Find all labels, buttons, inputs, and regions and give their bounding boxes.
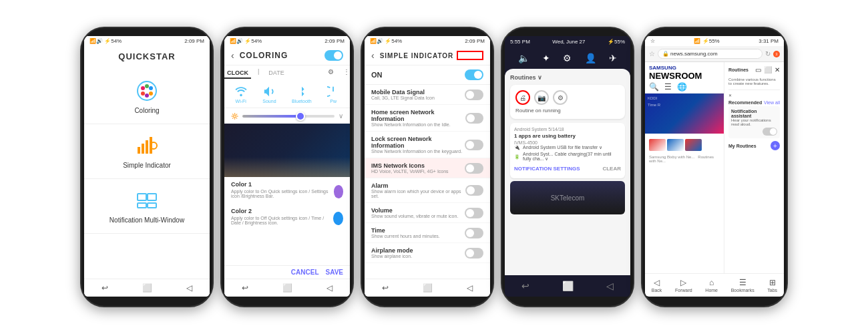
p2-main-toggle[interactable] xyxy=(324,50,343,61)
p3-lock-network-toggle[interactable] xyxy=(465,140,483,150)
p2-save-button[interactable]: SAVE xyxy=(326,269,344,276)
p4-person-icon[interactable]: 👤 xyxy=(585,53,596,63)
p4-bluetooth-icon[interactable]: ✦ xyxy=(542,53,550,63)
p4-volume-icon[interactable]: 🔈 xyxy=(518,53,529,63)
p3-alarm-toggle[interactable] xyxy=(465,185,483,196)
p3-volume-toggle[interactable] xyxy=(465,208,483,218)
p5-nav-home[interactable]: ⌂ Home xyxy=(705,278,718,293)
p3-time-title: Time xyxy=(371,227,440,234)
p2-cancel-button[interactable]: CANCEL xyxy=(291,269,319,276)
p2-header: ‹ COLORING xyxy=(224,46,350,65)
p1-menu-item-simple-indicator[interactable]: Simple Indicator xyxy=(84,124,210,179)
p5-bookmark-icon[interactable]: ☆ xyxy=(649,50,655,57)
p2-nav-back[interactable]: ↩ xyxy=(242,283,248,293)
p4-notif-settings-button[interactable]: NOTIFICATION SETTINGS xyxy=(514,166,580,172)
p4-nav-back[interactable]: ↩ xyxy=(521,281,529,291)
p1-nav: ↩ ⬜ ◁ xyxy=(84,279,210,297)
p2-tab-clock[interactable]: CLOCK xyxy=(224,68,251,79)
p3-on-toggle[interactable] xyxy=(465,69,483,80)
p2-bluetooth-icon-item[interactable]: Bluetooth xyxy=(292,86,312,104)
p2-wifi-icon-item[interactable]: Wi-Fi xyxy=(235,86,247,104)
p5-notif-toggle[interactable] xyxy=(763,128,777,136)
p1-notification-label: Notification Multi-Window xyxy=(110,216,184,224)
p4-printer-icon[interactable]: 🖨 xyxy=(515,90,530,105)
p2-nav-menu[interactable]: ◁ xyxy=(327,283,333,293)
p3-time: 2:09 PM xyxy=(465,38,485,44)
p1-menu-item-coloring[interactable]: Coloring xyxy=(84,69,210,124)
p3-status-icons: 📶🔊 ⚡54% xyxy=(370,38,402,44)
p2-sound-icon-item[interactable]: Sound xyxy=(262,86,276,104)
phone-2: 📶🔊 ⚡54% 2:09 PM ‹ COLORING CLOCK | DATE … xyxy=(220,27,354,307)
p5-view-all-button[interactable]: View all xyxy=(764,100,780,105)
p3-volume-title: Volume xyxy=(371,207,458,214)
p3-mobile-data-toggle[interactable] xyxy=(465,90,483,100)
p2-time: 2:09 PM xyxy=(324,38,345,44)
p4-gear-icon[interactable]: ⚙ xyxy=(563,53,572,63)
p2-tab-date[interactable]: DATE xyxy=(266,68,286,79)
p1-nav-back[interactable]: ↩ xyxy=(101,283,108,293)
p5-sidebar-expand-icon[interactable]: ⬜ xyxy=(764,66,772,73)
p5-tabs-label: Tabs xyxy=(767,288,777,293)
p2-bluetooth-label: Bluetooth xyxy=(292,99,312,104)
p1-menu-item-notification[interactable]: Notification Multi-Window xyxy=(84,179,210,234)
p2-color1-label: Color 1 xyxy=(231,181,334,188)
p5-search-icon[interactable]: 🔍 xyxy=(649,82,659,92)
svg-rect-8 xyxy=(142,144,144,154)
p4-nav-home[interactable]: ⬜ xyxy=(562,281,574,291)
p4-system-notif: Android System 5/14/18 1 apps are using … xyxy=(510,123,625,178)
p1-nav-home[interactable]: ⬜ xyxy=(142,283,152,293)
p5-nav-back[interactable]: ◁ Back xyxy=(652,278,662,293)
p3-home-network-toggle[interactable] xyxy=(465,113,483,124)
p2-nav-home[interactable]: ⬜ xyxy=(282,283,292,293)
p2-brightness-slider[interactable] xyxy=(242,115,335,118)
p3-item-ims-network: IMS Network Icons HD Voice, VoLTE, VoWiF… xyxy=(365,158,490,178)
p3-back-button[interactable]: ‹ xyxy=(371,50,375,61)
p2-back-button[interactable]: ‹ xyxy=(231,50,234,61)
p5-globe-icon[interactable]: 🌐 xyxy=(677,82,687,92)
p5-sidebar-minimize-icon[interactable]: ▭ xyxy=(755,66,761,73)
p5-refresh-button[interactable]: ↻ xyxy=(765,50,771,57)
p5-nav-forward[interactable]: ▷ Forward xyxy=(675,278,692,293)
p5-add-routine-button[interactable]: + xyxy=(771,141,780,150)
p5-forward-label: Forward xyxy=(675,288,692,293)
p2-chevron-icon: ∨ xyxy=(339,112,343,120)
p5-nav-tabs[interactable]: ⊞ Tabs xyxy=(767,278,777,293)
p5-lock-icon: 🔒 xyxy=(662,51,669,57)
p1-coloring-label: Coloring xyxy=(134,107,159,114)
p3-mobile-data-title: Mobile Data Signal xyxy=(371,89,435,96)
p4-nav-menu[interactable]: ◁ xyxy=(606,281,614,291)
p4-settings-icon[interactable]: ⚙ xyxy=(553,90,568,105)
p4-camera-icon[interactable]: 📷 xyxy=(534,90,549,105)
p2-color1-swatch[interactable] xyxy=(334,185,344,198)
p5-menu-icon[interactable]: ☰ xyxy=(664,82,672,92)
p3-time-toggle[interactable] xyxy=(465,228,483,238)
p2-color-section: Color 1 Apply color to On Quick settings… xyxy=(224,177,350,238)
p5-forward-icon: ▷ xyxy=(680,278,686,287)
p3-ims-network-toggle[interactable] xyxy=(465,163,483,174)
p5-hero-image: KDDI Time R xyxy=(645,94,724,134)
p2-color2-swatch[interactable] xyxy=(333,212,343,225)
p3-nav-home[interactable]: ⬜ xyxy=(423,283,433,293)
phones-container: 📶🔊 ⚡54% 2:09 PM QUICKSTAR Color xyxy=(0,0,868,334)
p4-status: 5:55 PM Wed, June 27 ⚡55% xyxy=(505,36,630,47)
p2-power-icon-item[interactable]: Pw xyxy=(327,86,339,104)
p3-nav-back[interactable]: ↩ xyxy=(382,283,389,293)
p4-top-icons: 🔈 ✦ ⚙ 👤 ✈ xyxy=(505,47,630,69)
p5-recommended-label: Recommended xyxy=(728,100,762,105)
p5-time: 3:31 PM xyxy=(758,38,779,44)
p5-nav-bookmarks[interactable]: ☰ Bookmarks xyxy=(731,278,754,293)
p3-airplane-toggle[interactable] xyxy=(465,248,483,259)
p5-notif-assistant-item[interactable]: Notification assistant Hear your notific… xyxy=(728,106,780,138)
p5-newsroom-label: NEWSROOM xyxy=(645,71,724,81)
p5-my-routines-row: My Routines + xyxy=(728,141,780,150)
p2-icons-row: Wi-Fi Sound Bluetooth Pw xyxy=(224,81,350,108)
p3-mobile-data-desc: Call, 3G, LTE Signal Data Icon xyxy=(371,96,435,100)
p5-back-label: Back xyxy=(652,288,662,293)
p4-routine-running-card: 🖨 📷 ⚙ Routine on running xyxy=(510,85,625,119)
p3-nav-menu[interactable]: ◁ xyxy=(467,283,473,293)
p4-airplane-icon[interactable]: ✈ xyxy=(609,53,617,63)
p4-clear-button[interactable]: CLEAR xyxy=(602,166,621,172)
p5-url-bar[interactable]: 🔒 news.samsung.com xyxy=(658,49,763,59)
p1-nav-menu[interactable]: ◁ xyxy=(186,283,192,293)
p5-sidebar-close-icon[interactable]: ✕ xyxy=(775,66,780,73)
